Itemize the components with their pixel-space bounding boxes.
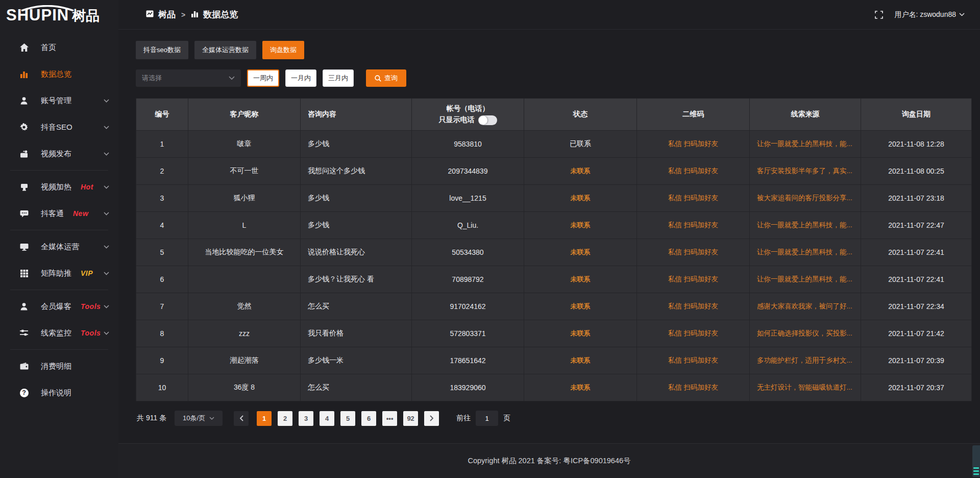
status-badge: 未联系 (524, 320, 637, 347)
qrcode-link[interactable]: 私信 扫码加好友 (637, 158, 750, 184)
page-button-5[interactable]: 5 (340, 411, 355, 426)
source-link[interactable]: 让你一眼就爱上的黑科技，能... (750, 131, 861, 157)
filter-select[interactable]: 请选择 (136, 69, 241, 87)
cell-account: 70898792 (412, 266, 524, 293)
cell-date: 2021-11-07 22:41 (861, 239, 971, 266)
page-button-2[interactable]: 2 (278, 411, 292, 426)
cell-id: 5 (136, 239, 188, 266)
cell-id: 4 (136, 212, 188, 238)
sidebar-item-data-overview[interactable]: 数据总览 (0, 61, 118, 87)
next-page-button[interactable] (424, 411, 439, 426)
search-button[interactable]: 查询 (366, 69, 406, 87)
brand-name-cn: 树品 (72, 9, 100, 23)
col-account: 帐号（电话） 只显示电话 (412, 99, 524, 130)
sidebar-item-member-baoke[interactable]: 会员爆客 Tools (0, 293, 118, 320)
goto-suffix: 页 (503, 414, 510, 423)
question-circle-icon (19, 389, 29, 397)
vip-badge: VIP (81, 269, 93, 277)
qrcode-link[interactable]: 私信 扫码加好友 (637, 320, 750, 347)
sidebar-item-video-heat[interactable]: 视频加热 Hot (0, 174, 118, 200)
source-link[interactable]: 让你一眼就爱上的黑科技，能... (750, 239, 861, 266)
status-badge: 未联系 (524, 293, 637, 320)
menu-divider (10, 230, 108, 230)
user-menu[interactable]: 用户名: zswodun88 (894, 10, 965, 19)
qrcode-link[interactable]: 私信 扫码加好友 (637, 374, 750, 401)
breadcrumb-app[interactable]: 树品 (158, 9, 176, 20)
cell-date: 2021-11-07 22:41 (861, 266, 971, 293)
source-link[interactable]: 被大家追着问的客厅投影分享... (750, 185, 861, 211)
cell-account: 917024162 (412, 293, 524, 320)
gear-icon (19, 123, 29, 131)
sidebar-item-video-publish[interactable]: 视频发布 (0, 140, 118, 167)
user-icon (19, 97, 29, 105)
floating-widget[interactable] (972, 445, 980, 477)
chat-bubble-icon (19, 209, 29, 218)
qrcode-link[interactable]: 私信 扫码加好友 (637, 185, 750, 211)
cell-id: 2 (136, 158, 188, 184)
qrcode-link[interactable]: 私信 扫码加好友 (637, 266, 750, 293)
cell-content: 我只看价格 (301, 320, 412, 347)
prev-page-button[interactable] (234, 411, 249, 426)
source-link[interactable]: 让你一眼就爱上的黑科技，能... (750, 212, 861, 238)
cell-nickname: 不可一世 (188, 158, 301, 184)
source-link[interactable]: 如何正确选择投影仪，买投影... (750, 320, 861, 347)
brand-logo: SHUPIN 树品 (0, 4, 118, 30)
tab-douyin-seo-data[interactable]: 抖音seo数据 (136, 41, 188, 59)
sidebar-item-doukingtong[interactable]: 抖客通 New (0, 200, 118, 227)
app-window: SHUPIN 树品 首页 数据总览 账号管理 抖音SEO (0, 0, 980, 478)
page-size-select[interactable]: 10条/页 (175, 411, 223, 426)
sidebar-item-consumption-details[interactable]: 消费明细 (0, 353, 118, 379)
tab-inquiry-data[interactable]: 询盘数据 (262, 41, 304, 59)
range-week-button[interactable]: 一周内 (247, 69, 279, 87)
source-link[interactable]: 无主灯设计，智能磁吸轨道灯... (750, 374, 861, 401)
range-quarter-button[interactable]: 三月内 (323, 69, 354, 87)
goto-page-input[interactable] (476, 411, 498, 426)
chevron-down-icon (104, 126, 109, 129)
qrcode-link[interactable]: 私信 扫码加好友 (637, 347, 750, 374)
page-button-6[interactable]: 6 (361, 411, 376, 426)
sidebar-item-label: 操作说明 (41, 388, 71, 398)
source-link[interactable]: 客厅安装投影半年多了，真实... (750, 158, 861, 184)
sidebar-item-matrix-boost[interactable]: 矩阵助推 VIP (0, 260, 118, 286)
sidebar-item-clue-monitor[interactable]: 线索监控 Tools (0, 320, 118, 346)
range-month-button[interactable]: 一月内 (285, 69, 316, 87)
cell-id: 6 (136, 266, 188, 293)
chevron-down-icon (104, 331, 109, 335)
monitor-icon (19, 243, 29, 251)
sidebar-item-douyin-seo[interactable]: 抖音SEO (0, 114, 118, 140)
cell-nickname: L (188, 212, 301, 238)
sidebar-item-instructions[interactable]: 操作说明 (0, 379, 118, 406)
cell-date: 2021-11-07 20:37 (861, 374, 971, 401)
cell-id: 9 (136, 347, 188, 374)
fullscreen-icon[interactable] (875, 11, 883, 19)
cell-date: 2021-11-08 00:25 (861, 158, 971, 184)
tools-badge: Tools (81, 302, 101, 310)
status-badge: 未联系 (524, 185, 637, 211)
qrcode-link[interactable]: 私信 扫码加好友 (637, 131, 750, 157)
page-button-3[interactable]: 3 (299, 411, 313, 426)
sidebar-item-omnimedia[interactable]: 全媒体运营 (0, 233, 118, 260)
page-button-1[interactable]: 1 (257, 411, 272, 426)
qrcode-link[interactable]: 私信 扫码加好友 (637, 212, 750, 238)
sidebar-item-label: 首页 (41, 43, 56, 53)
page-button-4[interactable]: 4 (320, 411, 334, 426)
qrcode-link[interactable]: 私信 扫码加好友 (637, 293, 750, 320)
col-status: 状态 (524, 99, 637, 130)
phone-only-toggle[interactable] (478, 115, 497, 125)
copyright-text: Copyright 树品 2021 备案号: 粤ICP备09019646号 (468, 456, 630, 466)
tab-omnimedia-data[interactable]: 全媒体运营数据 (194, 41, 256, 59)
cell-account: Q_Liu. (412, 212, 524, 238)
source-link[interactable]: 多功能护栏灯，适用于乡村文... (750, 347, 861, 374)
sidebar-item-home[interactable]: 首页 (0, 34, 118, 61)
cell-id: 7 (136, 293, 188, 320)
search-button-label: 查询 (384, 74, 398, 83)
page-button-92[interactable]: 92 (403, 411, 418, 426)
source-link[interactable]: 感谢大家喜欢我家，被问了好... (750, 293, 861, 320)
source-link[interactable]: 让你一眼就爱上的黑科技，能... (750, 266, 861, 293)
page-ellipsis-button[interactable]: ••• (382, 411, 397, 426)
sidebar-item-account-management[interactable]: 账号管理 (0, 87, 118, 114)
col-account-label: 帐号（电话） (447, 104, 489, 113)
cell-id: 3 (136, 185, 188, 211)
qrcode-link[interactable]: 私信 扫码加好友 (637, 239, 750, 266)
username: 用户名: zswodun88 (894, 10, 956, 19)
